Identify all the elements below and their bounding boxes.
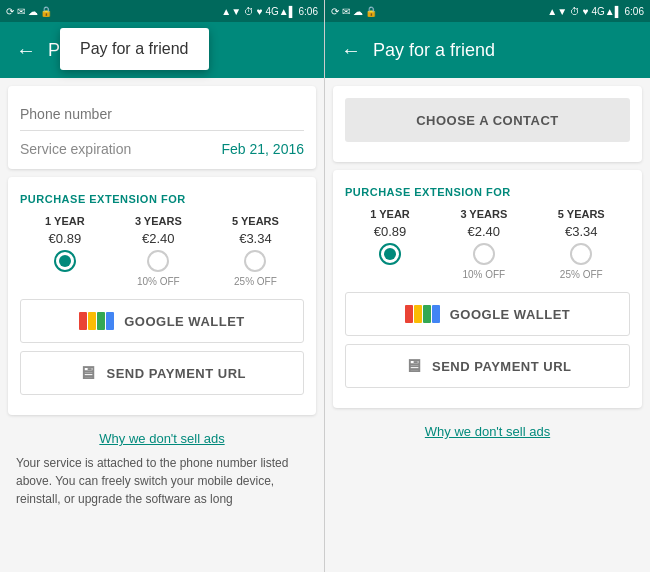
bottom-text: Your service is attached to the phone nu… — [8, 450, 316, 512]
option-3-discount: 10% OFF — [137, 276, 180, 287]
option-5-price: €3.34 — [239, 231, 272, 246]
right-option-1-label: 1 YEAR — [370, 208, 410, 220]
tooltip-text: Pay for a friend — [80, 40, 189, 57]
right-option-5-price: €3.34 — [565, 224, 598, 239]
right-option-5-discount: 25% OFF — [560, 269, 603, 280]
phone-number-input[interactable] — [20, 98, 304, 131]
left-status-bar-right: ▲▼ ⏱ ♥ 4G▲▌ 6:06 — [221, 6, 318, 17]
right-content: CHOOSE A CONTACT PURCHASE EXTENSION FOR … — [325, 78, 650, 572]
right-google-wallet-icon — [405, 305, 440, 323]
choose-contact-label: CHOOSE A CONTACT — [416, 113, 559, 128]
right-option-1-year[interactable]: 1 YEAR €0.89 — [370, 208, 410, 280]
right-status-icons: ⟳ ✉ ☁ 🔒 — [331, 6, 377, 17]
option-1-radio[interactable] — [54, 250, 76, 272]
right-option-5-label: 5 YEARS — [558, 208, 605, 220]
option-3-label: 3 YEARS — [135, 215, 182, 227]
right-purchase-options: 1 YEAR €0.89 3 YEARS €2.40 10% OFF 5 YEA… — [345, 208, 630, 280]
right-section-title: PURCHASE EXTENSION FOR — [345, 182, 630, 198]
purchase-card: PURCHASE EXTENSION FOR 1 YEAR €0.89 3 YE… — [8, 177, 316, 415]
option-5-label: 5 YEARS — [232, 215, 279, 227]
right-option-5-radio[interactable] — [570, 243, 592, 265]
right-option-1-radio[interactable] — [379, 243, 401, 265]
option-5-radio[interactable] — [244, 250, 266, 272]
right-option-3-price: €2.40 — [468, 224, 501, 239]
google-wallet-icon — [79, 312, 114, 330]
left-phone-panel: ⟳ ✉ ☁ 🔒 ▲▼ ⏱ ♥ 4G▲▌ 6:06 ← Payment in...… — [0, 0, 325, 572]
right-google-wallet-label: GOOGLE WALLET — [450, 307, 571, 322]
right-option-1-price: €0.89 — [374, 224, 407, 239]
right-phone-panel: ⟳ ✉ ☁ 🔒 ▲▼ ⏱ ♥ 4G▲▌ 6:06 ← Pay for a fri… — [325, 0, 650, 572]
right-app-bar-title: Pay for a friend — [373, 40, 495, 61]
right-back-arrow[interactable]: ← — [341, 39, 361, 62]
right-send-payment-button[interactable]: 🖥 SEND PAYMENT URL — [345, 344, 630, 388]
tooltip-popup: Pay for a friend — [60, 28, 209, 70]
google-wallet-label: GOOGLE WALLET — [124, 314, 245, 329]
option-1-price: €0.89 — [49, 231, 82, 246]
left-signal-icons: ▲▼ ⏱ ♥ 4G▲▌ 6:06 — [221, 6, 318, 17]
left-back-arrow[interactable]: ← — [16, 39, 36, 62]
choose-contact-card: CHOOSE A CONTACT — [333, 86, 642, 162]
send-payment-button[interactable]: 🖥 SEND PAYMENT URL — [20, 351, 304, 395]
right-option-3-year[interactable]: 3 YEARS €2.40 10% OFF — [460, 208, 507, 280]
why-link-text: Why we don't sell ads — [99, 431, 224, 446]
service-label: Service expiration — [20, 141, 131, 157]
right-app-bar: ← Pay for a friend — [325, 22, 650, 78]
option-3-radio[interactable] — [147, 250, 169, 272]
why-link[interactable]: Why we don't sell ads — [8, 423, 316, 450]
right-why-link[interactable]: Why we don't sell ads — [333, 416, 642, 443]
option-5-discount: 25% OFF — [234, 276, 277, 287]
option-3-price: €2.40 — [142, 231, 175, 246]
option-1-year[interactable]: 1 YEAR €0.89 — [45, 215, 85, 287]
info-card: Service expiration Feb 21, 2016 — [8, 86, 316, 169]
right-why-link-text: Why we don't sell ads — [425, 424, 550, 439]
right-send-payment-label: SEND PAYMENT URL — [432, 359, 571, 374]
right-status-bar-left: ⟳ ✉ ☁ 🔒 — [331, 6, 377, 17]
left-status-bar: ⟳ ✉ ☁ 🔒 ▲▼ ⏱ ♥ 4G▲▌ 6:06 — [0, 0, 324, 22]
service-date: Feb 21, 2016 — [221, 141, 304, 157]
option-3-year[interactable]: 3 YEARS €2.40 10% OFF — [135, 215, 182, 287]
right-status-bar-right: ▲▼ ⏱ ♥ 4G▲▌ 6:06 — [547, 6, 644, 17]
right-option-3-radio[interactable] — [473, 243, 495, 265]
right-send-payment-icon: 🖥 — [404, 356, 423, 377]
right-status-bar: ⟳ ✉ ☁ 🔒 ▲▼ ⏱ ♥ 4G▲▌ 6:06 — [325, 0, 650, 22]
right-google-wallet-button[interactable]: GOOGLE WALLET — [345, 292, 630, 336]
right-option-5-year[interactable]: 5 YEARS €3.34 25% OFF — [558, 208, 605, 280]
purchase-options: 1 YEAR €0.89 3 YEARS €2.40 10% OFF 5 YEA… — [20, 215, 304, 287]
choose-contact-button[interactable]: CHOOSE A CONTACT — [345, 98, 630, 142]
service-row: Service expiration Feb 21, 2016 — [20, 131, 304, 157]
section-title: PURCHASE EXTENSION FOR — [20, 189, 304, 205]
left-content: Service expiration Feb 21, 2016 PURCHASE… — [0, 78, 324, 572]
left-status-icons: ⟳ ✉ ☁ 🔒 — [6, 6, 52, 17]
right-signal-icons: ▲▼ ⏱ ♥ 4G▲▌ 6:06 — [547, 6, 644, 17]
right-purchase-card: PURCHASE EXTENSION FOR 1 YEAR €0.89 3 YE… — [333, 170, 642, 408]
option-1-label: 1 YEAR — [45, 215, 85, 227]
option-5-year[interactable]: 5 YEARS €3.34 25% OFF — [232, 215, 279, 287]
send-payment-icon: 🖥 — [78, 363, 97, 384]
right-option-3-discount: 10% OFF — [462, 269, 505, 280]
left-status-bar-left: ⟳ ✉ ☁ 🔒 — [6, 6, 52, 17]
google-wallet-button[interactable]: GOOGLE WALLET — [20, 299, 304, 343]
right-option-3-label: 3 YEARS — [460, 208, 507, 220]
send-payment-label: SEND PAYMENT URL — [107, 366, 246, 381]
